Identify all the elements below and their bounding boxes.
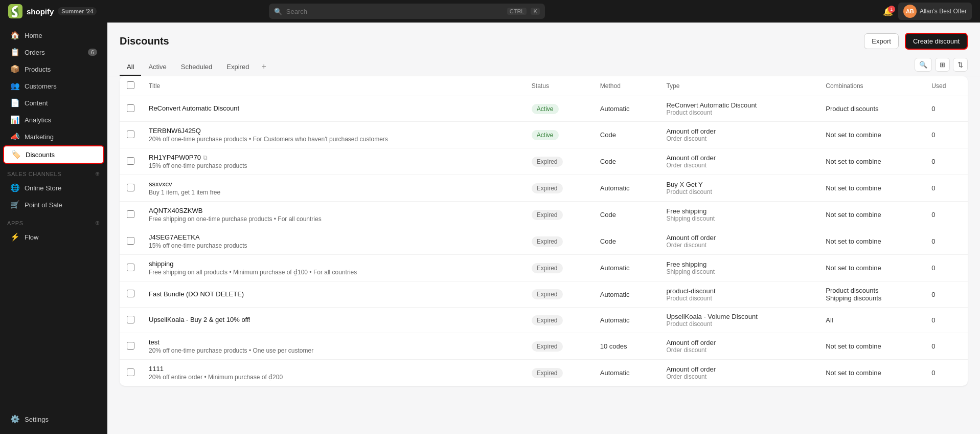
marketing-icon: 📣	[10, 132, 19, 141]
row-checkbox[interactable]	[127, 368, 134, 376]
table-row[interactable]: J4SEG7AEETKA 15% off one-time purchase p…	[120, 228, 968, 255]
combinations-cell: Product discountsShipping discounts	[818, 281, 924, 308]
status-badge: Active	[532, 104, 559, 114]
col-combinations: Combinations	[818, 76, 924, 96]
store-button[interactable]: AB Allan's Best Offer	[898, 3, 972, 20]
method-cell: Automatic	[593, 360, 659, 386]
tab-scheduled[interactable]: Scheduled	[174, 59, 219, 76]
sidebar-item-settings[interactable]: ⚙️ Settings	[3, 411, 104, 427]
type-sub: Order discount	[666, 242, 811, 249]
table-row[interactable]: ssxvxcv Buy 1 item, get 1 item free Expi…	[120, 175, 968, 202]
sidebar-item-label-flow: Flow	[25, 233, 38, 241]
row-checkbox[interactable]	[127, 237, 134, 245]
method-cell: 10 codes	[593, 333, 659, 360]
table-row[interactable]: test 20% off one-time purchase products …	[120, 333, 968, 360]
table-row[interactable]: AQNTX40SZKWB Free shipping on one-time p…	[120, 202, 968, 228]
row-checkbox[interactable]	[127, 290, 134, 297]
search-input[interactable]	[286, 8, 503, 15]
type-sub: Order discount	[666, 135, 811, 142]
page-title: Discounts	[120, 35, 858, 47]
used-cell: 0	[924, 228, 968, 255]
discount-title: AQNTX40SZKWB	[149, 207, 517, 214]
status-badge: Expired	[532, 289, 563, 299]
row-checkbox[interactable]	[127, 264, 134, 271]
row-checkbox[interactable]	[127, 210, 134, 218]
discount-title: Fast Bundle (DO NOT DELETE)	[149, 290, 517, 298]
products-icon: 📦	[10, 64, 19, 74]
sidebar-item-label-settings: Settings	[25, 416, 49, 423]
table-row[interactable]: UpsellKoala - Buy 2 & get 10% off! Expir…	[120, 308, 968, 333]
row-checkbox[interactable]	[127, 316, 134, 323]
discounts-table: Title Status Method Type Combinations Us…	[120, 76, 968, 386]
sidebar-item-label-marketing: Marketing	[25, 133, 54, 141]
sidebar-item-flow[interactable]: ⚡ Flow	[3, 229, 104, 245]
apps-expand-icon[interactable]: ⊕	[95, 220, 100, 226]
sidebar-item-analytics[interactable]: 📊 Analytics	[3, 112, 104, 128]
sidebar-item-label-discounts: Discounts	[26, 151, 55, 159]
type-sub: Product discount	[666, 295, 811, 302]
topbar-search[interactable]: 🔍 CTRL K	[269, 4, 545, 19]
filter-button[interactable]: ⊞	[935, 58, 950, 72]
table-row[interactable]: RH1YP4PW0P70⧉ 15% off one-time purchase …	[120, 148, 968, 175]
tab-active[interactable]: Active	[141, 59, 173, 76]
sales-channels-expand-icon[interactable]: ⊕	[95, 170, 100, 177]
sidebar-item-customers[interactable]: 👥 Customers	[3, 78, 104, 94]
type-sub: Order discount	[666, 162, 811, 169]
tab-add-button[interactable]: +	[256, 58, 271, 76]
tab-all[interactable]: All	[120, 59, 141, 76]
status-badge: Expired	[532, 157, 563, 167]
method-cell: Code	[593, 202, 659, 228]
status-badge: Expired	[532, 183, 563, 193]
sidebar-item-orders[interactable]: 📋 Orders 6	[3, 44, 104, 60]
type-main: Amount off order	[666, 154, 811, 162]
row-checkbox[interactable]	[127, 157, 134, 165]
used-cell: 0	[924, 202, 968, 228]
sales-channels-section: Sales channels ⊕	[0, 164, 107, 179]
sidebar-item-content[interactable]: 📄 Content	[3, 95, 104, 111]
table-row[interactable]: Fast Bundle (DO NOT DELETE) Expired Auto…	[120, 281, 968, 308]
row-checkbox[interactable]	[127, 104, 134, 112]
create-discount-button[interactable]: Create discount	[905, 33, 968, 50]
table-row[interactable]: shipping Free shipping on all products •…	[120, 255, 968, 281]
method-cell: Automatic	[593, 255, 659, 281]
table-toolbar: 🔍 ⊞ ⇅	[915, 58, 968, 76]
sidebar-item-discounts[interactable]: 🏷️ Discounts	[3, 145, 104, 164]
used-cell: 0	[924, 255, 968, 281]
used-cell: 0	[924, 96, 968, 122]
status-badge: Expired	[532, 368, 563, 378]
flow-icon: ⚡	[10, 232, 19, 242]
discount-title: 1111	[149, 365, 517, 373]
main-header: Discounts Export Create discount	[107, 23, 980, 50]
export-button[interactable]: Export	[864, 33, 899, 49]
table-row[interactable]: TERBNW6J425Q 20% off one-time purchase p…	[120, 122, 968, 148]
sidebar-item-products[interactable]: 📦 Products	[3, 61, 104, 77]
row-checkbox[interactable]	[127, 342, 134, 350]
notification-button[interactable]: 🔔 1	[883, 7, 893, 16]
discount-title: shipping	[149, 260, 517, 268]
table-row[interactable]: 1111 20% off entire order • Minimum purc…	[120, 360, 968, 386]
sidebar-item-marketing[interactable]: 📣 Marketing	[3, 128, 104, 145]
sort-button[interactable]: ⇅	[953, 58, 968, 72]
type-main: ReConvert Automatic Discount	[666, 101, 811, 109]
col-method: Method	[593, 76, 659, 96]
online-store-icon: 🌐	[10, 183, 19, 192]
type-sub: Product discount	[666, 109, 811, 116]
topbar: shopify Summer '24 🔍 CTRL K 🔔 1 AB Allan…	[0, 0, 980, 23]
row-checkbox[interactable]	[127, 131, 134, 138]
type-main: Free shipping	[666, 207, 811, 215]
table-row[interactable]: ReConvert Automatic Discount Active Auto…	[120, 96, 968, 122]
combinations-cell: Not set to combine	[818, 360, 924, 386]
col-status: Status	[525, 76, 593, 96]
search-filter-button[interactable]: 🔍	[915, 58, 932, 72]
select-all-checkbox[interactable]	[127, 81, 134, 89]
sidebar-item-point-of-sale[interactable]: 🛒 Point of Sale	[3, 197, 104, 213]
sidebar-item-home[interactable]: 🏠 Home	[3, 27, 104, 44]
tab-expired[interactable]: Expired	[219, 59, 256, 76]
discount-subtitle: 15% off one-time purchase products	[149, 162, 517, 169]
row-checkbox[interactable]	[127, 184, 134, 191]
sidebar-item-online-store[interactable]: 🌐 Online Store	[3, 180, 104, 196]
layout: 🏠 Home 📋 Orders 6 📦 Products 👥 Customers…	[0, 23, 980, 434]
used-cell: 0	[924, 308, 968, 333]
copy-icon[interactable]: ⧉	[203, 154, 208, 161]
sidebar-item-label-online-store: Online Store	[25, 184, 61, 192]
